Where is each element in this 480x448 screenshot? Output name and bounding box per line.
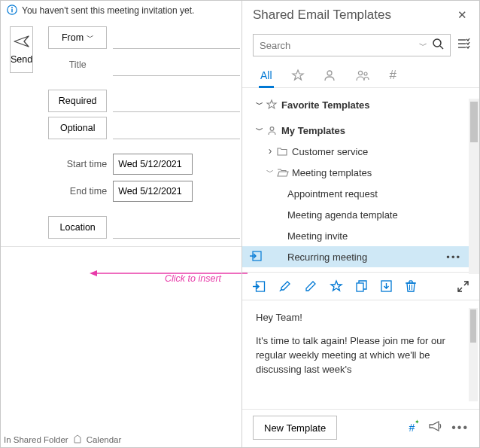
search-input[interactable] (260, 40, 415, 51)
chevron-right-icon (265, 145, 275, 157)
svg-point-13 (270, 126, 274, 130)
more-icon[interactable]: ••• (446, 251, 461, 263)
tree-item-agenda[interactable]: Meeting agenda template (242, 204, 479, 225)
send-icon (14, 35, 30, 50)
more-icon[interactable]: ••• (451, 421, 469, 434)
import-icon[interactable] (381, 280, 392, 292)
status-folder: In Shared Folder (4, 435, 68, 444)
tree-item-invite[interactable]: Meeting invite (242, 225, 479, 246)
svg-point-10 (327, 71, 332, 75)
tab-favorites[interactable] (292, 62, 304, 87)
tab-team[interactable] (355, 62, 370, 87)
star-icon[interactable] (330, 280, 342, 292)
svg-point-5 (433, 39, 441, 47)
tree-favorites[interactable]: ﹀ Favorite Templates (242, 94, 479, 115)
tree-meeting-templates[interactable]: ﹀ Meeting templates (242, 162, 479, 183)
meeting-compose-pane: You haven't sent this meeting invitation… (1, 1, 242, 447)
tabs: All # (242, 62, 479, 88)
tree-item-recurring[interactable]: Recurring meeting ••• (242, 246, 479, 267)
svg-rect-18 (357, 283, 363, 291)
required-input[interactable] (113, 90, 240, 112)
optional-input[interactable] (113, 117, 240, 139)
preview-body: It's time to talk again! Please join me … (256, 334, 463, 377)
template-preview: Hey Team! It's time to talk again! Pleas… (242, 300, 479, 409)
template-actions (242, 272, 479, 300)
calendar-icon (73, 434, 82, 445)
status-view: Calendar (87, 435, 122, 444)
copy-icon[interactable] (356, 280, 367, 292)
end-time-label: End time (48, 180, 107, 203)
folder-open-icon (275, 168, 289, 177)
svg-point-12 (364, 72, 367, 75)
settings-icon[interactable] (457, 38, 470, 53)
close-button[interactable]: ✕ (454, 5, 470, 25)
search-box[interactable]: ﹀ (253, 34, 451, 56)
required-button[interactable]: Required (48, 90, 107, 112)
person-icon (265, 126, 278, 136)
from-button[interactable]: From ﹀ (48, 26, 107, 49)
expand-icon[interactable] (457, 281, 469, 292)
tab-all[interactable]: All (260, 62, 272, 87)
info-bar: You haven't sent this meeting invitation… (1, 1, 242, 20)
tree-scrollbar[interactable] (469, 99, 479, 274)
svg-line-27 (464, 282, 468, 285)
folder-icon (275, 147, 289, 156)
svg-point-11 (358, 71, 362, 75)
edit-style-icon[interactable] (279, 280, 291, 292)
insert-icon[interactable] (250, 251, 262, 264)
hash-plus-icon[interactable]: #✦ (409, 422, 420, 434)
tree-my-templates[interactable]: ﹀ My Templates (242, 120, 479, 141)
chevron-down-icon: ﹀ (254, 99, 265, 110)
tree-item-appointment[interactable]: Appointment request (242, 183, 479, 204)
end-date-input[interactable]: Wed 5/12/2021 (113, 181, 193, 202)
compose-form: From ﹀ Title Required Optional Start tim… (48, 26, 240, 239)
tree-customer-service[interactable]: Customer service (242, 141, 479, 162)
location-button[interactable]: Location (48, 216, 107, 239)
svg-marker-4 (90, 270, 97, 276)
chevron-down-icon: ﹀ (87, 32, 94, 43)
panel-title: Shared Email Templates (253, 8, 391, 23)
panel-footer: New Template #✦ ••• (242, 409, 479, 447)
chevron-down-icon: ﹀ (254, 125, 265, 136)
title-input[interactable] (113, 53, 240, 76)
info-icon (7, 5, 17, 17)
search-icon[interactable] (432, 38, 444, 53)
templates-panel: Shared Email Templates ✕ ﹀ All # ﹀ (242, 1, 479, 447)
title-label: Title (48, 53, 107, 76)
svg-line-6 (440, 46, 443, 49)
megaphone-icon[interactable] (429, 421, 442, 434)
send-button[interactable]: Send (10, 26, 33, 73)
send-label: Send (11, 54, 32, 65)
from-input[interactable] (113, 26, 240, 49)
tab-personal[interactable] (324, 62, 336, 87)
insert-action-icon[interactable] (253, 281, 266, 292)
chevron-down-icon: ﹀ (265, 167, 275, 178)
svg-rect-2 (11, 8, 12, 12)
trash-icon[interactable] (406, 280, 416, 292)
preview-scrollbar[interactable] (469, 308, 478, 401)
template-tree: ﹀ Favorite Templates ﹀ My Templates Cust… (242, 88, 479, 272)
pencil-icon[interactable] (305, 280, 317, 292)
location-input[interactable] (113, 216, 240, 239)
new-template-button[interactable]: New Template (253, 416, 337, 440)
optional-button[interactable]: Optional (48, 117, 107, 139)
info-text: You haven't sent this meeting invitation… (22, 5, 194, 16)
start-time-label: Start time (48, 153, 107, 175)
tab-hash[interactable]: # (390, 62, 396, 87)
start-date-input[interactable]: Wed 5/12/2021 (113, 154, 193, 175)
svg-line-28 (458, 288, 462, 291)
status-bar: In Shared Folder Calendar (1, 432, 242, 447)
annotation-text: Click to insert (165, 273, 221, 284)
preview-greeting: Hey Team! (256, 311, 463, 325)
star-icon (265, 99, 278, 110)
chevron-down-icon[interactable]: ﹀ (419, 40, 427, 51)
svg-point-1 (11, 7, 13, 8)
